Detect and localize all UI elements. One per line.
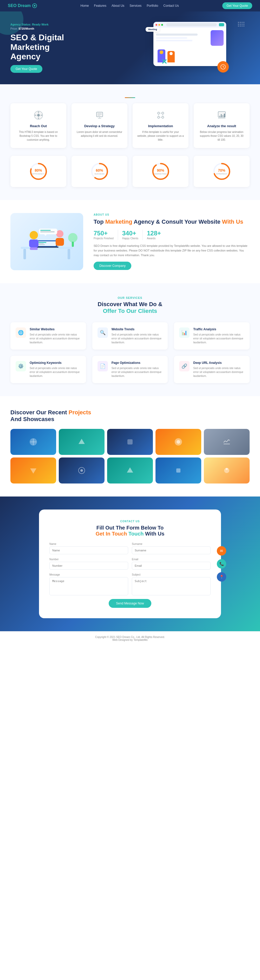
portfolio-item-10[interactable] — [204, 458, 250, 484]
email-icon-button[interactable]: ✉ — [217, 546, 226, 555]
optimizing-keywords-icon: ⚙️ — [16, 361, 26, 371]
progress-card-marketing: 90% MARKETING — [133, 156, 189, 187]
services-header: OUR SERVICES Discover What We Do & Offer… — [10, 296, 250, 315]
about-headline: Top Marketing Agency & Consult Your Webs… — [94, 218, 250, 226]
svg-rect-44 — [24, 249, 26, 259]
feature-desc-4: Below circular progress bar animation su… — [198, 130, 245, 142]
contact-label: CONTACT US — [49, 520, 211, 523]
service-card-page-optimizations: 📄 Page Optimizations Sed ut perspiciatis… — [92, 356, 168, 383]
contact-section: CONTACT US Fill Out The Form Below To Ge… — [0, 496, 260, 631]
svg-rect-55 — [55, 238, 64, 246]
service-card-website-trends: 🔍 Website Trends Sed ut perspiciatis und… — [92, 322, 168, 350]
progress-card-success: 60% SUCCESS — [71, 156, 127, 187]
portfolio-item-1[interactable] — [10, 429, 56, 455]
logo-icon — [32, 3, 37, 8]
feature-card-reach-out: Reach Out This HTML5 template is based o… — [10, 103, 66, 148]
nav-links: Home Features About Us Services Portfoli… — [81, 4, 179, 8]
portfolio-icon-9 — [173, 465, 184, 476]
svg-rect-45 — [68, 249, 70, 259]
hero-section: Agency Status: Ready Work Price: $720/Mo… — [0, 11, 260, 84]
hero-dots-deco — [238, 22, 244, 27]
clock-icon — [220, 64, 226, 70]
hero-cta-button[interactable]: Get Your Quote — [10, 65, 42, 73]
location-icon-button[interactable]: 📍 — [217, 572, 226, 582]
discover-company-button[interactable]: Discover Company — [94, 262, 131, 270]
svg-point-22 — [162, 112, 164, 114]
nav-services[interactable]: Services — [130, 4, 141, 8]
name-input[interactable] — [49, 546, 128, 554]
contact-number-field: Number — [49, 558, 128, 570]
subject-textarea[interactable] — [132, 577, 211, 595]
portfolio-grid-row1 — [10, 429, 250, 455]
portfolio-item-6[interactable] — [10, 458, 56, 484]
services-title: Discover What We Do & Offer To Our Clien… — [10, 301, 250, 315]
about-image — [10, 213, 83, 270]
surname-input[interactable] — [132, 546, 211, 554]
contact-form-row3: Message Subject — [49, 573, 211, 595]
portfolio-item-4[interactable] — [155, 429, 201, 455]
progress-grid: 80% EFFICIENCY 60% SUCCESS — [10, 156, 250, 187]
portfolio-item-2[interactable] — [59, 429, 105, 455]
circle-marketing: 90% MARKETING — [151, 162, 170, 181]
phone-icon-button[interactable]: 📞 — [217, 559, 226, 568]
nav-contact[interactable]: Contact Us — [163, 4, 179, 8]
portfolio-icon-2 — [76, 437, 87, 447]
nav-portfolio[interactable]: Portfolio — [147, 4, 158, 8]
contact-form-row1: Name Surname — [49, 542, 211, 554]
feature-card-implementation: Implementation If this template is usefu… — [133, 103, 189, 148]
features-section: Reach Out This HTML5 template is based o… — [0, 84, 260, 200]
nav-cta-button[interactable]: Get Your Quote — [222, 2, 252, 9]
about-stat-awards: 128+ Awards — [147, 230, 161, 240]
implementation-icon — [155, 110, 166, 121]
portfolio-item-3[interactable] — [107, 429, 153, 455]
analyze-icon — [216, 110, 227, 121]
svg-point-10 — [41, 115, 42, 116]
message-textarea[interactable] — [49, 577, 128, 595]
contact-icons: ✉ 📞 📍 — [217, 546, 226, 582]
portfolio-section: Discover Our Recent Projects And Showcas… — [0, 396, 260, 496]
about-people-svg — [13, 216, 81, 267]
stat-divider-2 — [143, 230, 143, 240]
portfolio-item-7[interactable] — [59, 458, 105, 484]
svg-point-77 — [226, 468, 228, 470]
footer-copyright: Copyright © 2021 SEO Dream Co., Ltd. All… — [4, 636, 256, 641]
reach-out-icon — [33, 110, 44, 121]
hero-headline: SEO & Digital Marketing Agency — [10, 33, 130, 61]
portfolio-item-5[interactable] — [204, 429, 250, 455]
portfolio-icon-5 — [222, 437, 232, 447]
similar-websites-icon: 🌐 — [16, 328, 26, 338]
nav-features[interactable]: Features — [94, 4, 106, 8]
meeting-bubble: Meeting — [146, 27, 160, 32]
navbar: SEO Dream Home Features About Us Service… — [0, 0, 260, 11]
about-stat-clients: 340+ Happy Clients — [122, 230, 138, 240]
email-input[interactable] — [132, 562, 211, 570]
portfolio-item-9[interactable] — [155, 458, 201, 484]
feature-title-4: Analyze the result — [198, 124, 245, 128]
portfolio-icon-7 — [76, 465, 87, 476]
number-input[interactable] — [49, 562, 128, 570]
features-grid: Reach Out This HTML5 template is based o… — [10, 103, 250, 148]
service-card-similar-websites: 🌐 Similar Websites Sed ut perspiciatis u… — [10, 322, 86, 350]
svg-marker-74 — [127, 468, 133, 473]
hero-browser-mockup — [151, 22, 229, 74]
contact-form-container: CONTACT US Fill Out The Form Below To Ge… — [39, 509, 221, 618]
contact-form-row2: Number Email — [49, 558, 211, 570]
send-message-button[interactable]: Send Message Now — [109, 599, 151, 608]
contact-message-field: Message — [49, 573, 128, 595]
portfolio-icon-10 — [222, 465, 232, 476]
feature-card-strategy: Develop a Strategy Lorem ipsum dolor sit… — [71, 103, 127, 148]
about-stat-projects: 750+ Projects Finished — [94, 230, 114, 240]
feature-desc-1: This HTML5 template is based on Bootstra… — [15, 130, 62, 142]
nav-about[interactable]: About Us — [111, 4, 124, 8]
svg-point-9 — [35, 115, 36, 116]
hero-left: Agency Status: Ready Work Price: $720/Mo… — [10, 23, 130, 73]
svg-point-6 — [37, 114, 40, 116]
portfolio-item-8[interactable] — [107, 458, 153, 484]
stat-divider-1 — [118, 230, 118, 240]
svg-rect-51 — [38, 245, 45, 245]
about-section: ABOUT US Top Marketing Agency & Consult … — [0, 200, 260, 283]
about-stats-row: 750+ Projects Finished 340+ Happy Client… — [94, 230, 250, 240]
svg-rect-50 — [38, 243, 44, 244]
nav-home[interactable]: Home — [81, 4, 89, 8]
feature-card-analyze: Analyze the result Below circular progre… — [194, 103, 250, 148]
